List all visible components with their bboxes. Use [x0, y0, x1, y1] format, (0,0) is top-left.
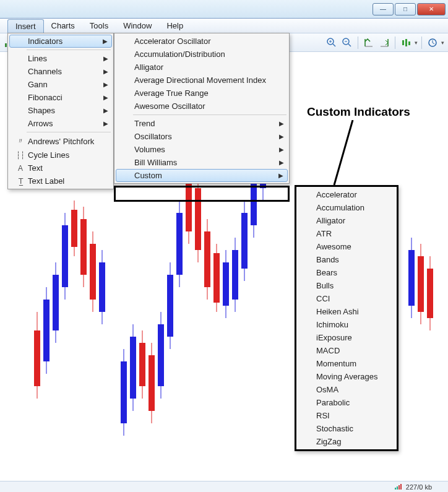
submenu-arrow-icon: ▶	[103, 94, 108, 101]
window-minimize-button[interactable]: —	[373, 3, 394, 15]
svg-rect-47	[167, 275, 173, 337]
menu-item-label: ZigZag	[316, 437, 383, 446]
menu-tools[interactable]: Tools	[82, 19, 116, 32]
submenu-arrow-icon: ▶	[103, 55, 108, 62]
svg-rect-61	[232, 250, 238, 300]
menu-item-custom-iexposure[interactable]: iExposure	[298, 331, 395, 344]
menu-item-custom-alligator[interactable]: Alligator	[298, 214, 395, 227]
menu-item-awesome-oscillator[interactable]: Awesome Oscillator	[116, 100, 288, 113]
menu-item-text[interactable]: AText	[9, 162, 112, 175]
submenu-arrow-icon: ▶	[279, 146, 284, 153]
svg-rect-41	[139, 343, 145, 386]
status-net: 227/0 kb	[406, 483, 432, 491]
window-maximize-button[interactable]: □	[395, 3, 416, 15]
submenu-arrow-icon: ▶	[103, 107, 108, 114]
svg-line-8	[348, 44, 351, 46]
menu-window[interactable]: Window	[116, 19, 159, 32]
menu-item-custom-bears[interactable]: Bears	[298, 266, 395, 279]
menu-item-custom-zigzag[interactable]: ZigZag	[298, 435, 395, 448]
menu-item-atr[interactable]: Average True Range	[116, 87, 288, 100]
zoom-in-icon[interactable]	[325, 36, 338, 50]
menu-item-label: Awesome Oscillator	[134, 101, 275, 111]
menu-item-label: Fibonacci	[28, 93, 100, 102]
menu-item-channels[interactable]: Channels▶	[9, 65, 112, 78]
menu-item-custom-parabolic[interactable]: Parabolic	[298, 396, 395, 409]
menu-item-label: Bands	[316, 255, 383, 264]
menu-item-label: iExposure	[316, 333, 383, 342]
menu-insert[interactable]: Insert	[7, 19, 44, 33]
menu-item-accelerator-oscillator[interactable]: Accelerator Oscillator	[116, 35, 288, 48]
svg-rect-81	[398, 485, 400, 490]
submenu-arrow-icon: ▶	[279, 159, 284, 166]
svg-rect-59	[223, 262, 229, 306]
menu-item-custom-macd[interactable]: MACD	[298, 344, 395, 357]
menu-item-trend[interactable]: Trend▶	[116, 117, 288, 130]
cycle-lines-icon: ┆┆	[13, 151, 28, 160]
custom-submenu: Accelerator Accumulation Alligator ATR A…	[295, 185, 398, 451]
menu-item-alligator[interactable]: Alligator	[116, 61, 288, 74]
menu-item-custom-ichimoku[interactable]: Ichimoku	[298, 318, 395, 331]
zoom-out-icon[interactable]	[340, 36, 354, 50]
menu-item-label: Text	[28, 163, 100, 173]
svg-rect-63	[241, 213, 248, 269]
menu-charts[interactable]: Charts	[44, 19, 82, 32]
menu-item-custom-momentum[interactable]: Momentum	[298, 357, 395, 370]
menu-item-label: Alligator	[316, 216, 383, 225]
menu-item-label: Custom	[134, 171, 275, 180]
menu-item-shapes[interactable]: Shapes▶	[9, 104, 112, 117]
menu-item-custom[interactable]: Custom▶	[116, 169, 288, 182]
svg-rect-39	[130, 337, 136, 399]
menu-item-custom-atr[interactable]: ATR	[298, 227, 395, 240]
menu-item-adx[interactable]: Average Directional Movement Index	[116, 74, 288, 87]
menu-item-cycle-lines[interactable]: ┆┆Cycle Lines	[9, 149, 112, 162]
menu-item-lines[interactable]: Lines▶	[9, 52, 112, 65]
shift-chart-icon[interactable]	[362, 36, 376, 50]
menu-item-label: Awesome	[316, 242, 383, 251]
menu-item-bill-williams[interactable]: Bill Williams▶	[116, 156, 288, 169]
menu-item-custom-cci[interactable]: CCI	[298, 292, 395, 305]
indicators-submenu: Accelerator Oscillator Accumulation/Dist…	[114, 33, 290, 184]
menu-item-custom-awesome[interactable]: Awesome	[298, 240, 395, 253]
menu-item-custom-moving-averages[interactable]: Moving Averages	[298, 370, 395, 383]
menu-item-fibonacci[interactable]: Fibonacci▶	[9, 91, 112, 104]
menu-item-andrews-pitchfork[interactable]: 〃Andrews' Pitchfork	[9, 134, 112, 149]
svg-rect-82	[400, 484, 402, 490]
submenu-arrow-icon: ▶	[103, 81, 108, 88]
period-icon[interactable]	[426, 36, 439, 50]
menu-item-custom-osma[interactable]: OsMA	[298, 383, 395, 396]
menu-item-indicators[interactable]: Indicators ▶	[9, 35, 112, 48]
window-close-button[interactable]: ✕	[417, 3, 446, 15]
menu-item-label: Gann	[28, 80, 100, 89]
svg-rect-37	[121, 361, 127, 423]
menu-item-custom-bulls[interactable]: Bulls	[298, 279, 395, 292]
menu-item-gann[interactable]: Gann▶	[9, 78, 112, 91]
menu-item-oscillators[interactable]: Oscillators▶	[116, 130, 288, 143]
text-label-icon: T̲	[13, 177, 28, 186]
toolbar-right: ▾ ▾	[325, 33, 444, 52]
menu-item-arrows[interactable]: Arrows▶	[9, 117, 112, 130]
svg-rect-23	[43, 300, 50, 361]
chart-type-icon[interactable]	[399, 36, 413, 50]
menu-item-label: Indicators	[28, 37, 100, 46]
menu-item-custom-heiken-ashi[interactable]: Heiken Ashi	[298, 305, 395, 318]
svg-rect-21	[34, 330, 40, 386]
svg-rect-27	[62, 225, 68, 287]
menu-item-text-label[interactable]: T̲Text Label	[9, 175, 112, 188]
menu-help[interactable]: Help	[159, 19, 191, 32]
menu-item-custom-rsi[interactable]: RSI	[298, 409, 395, 422]
menu-item-custom-stochastic[interactable]: Stochastic	[298, 422, 395, 435]
menu-item-custom-accelerator[interactable]: Accelerator	[298, 188, 395, 201]
svg-rect-43	[149, 355, 155, 411]
menu-item-custom-bands[interactable]: Bands	[298, 253, 395, 266]
autoscroll-icon[interactable]	[377, 36, 391, 50]
menu-item-label: ATR	[316, 229, 383, 238]
svg-rect-73	[408, 250, 415, 306]
menu-item-label: Alligator	[134, 63, 275, 72]
menu-separator	[27, 50, 111, 50]
menu-item-accumulation-distribution[interactable]: Accumulation/Distribution	[116, 48, 288, 61]
toolbar-separator	[421, 37, 422, 49]
menu-separator	[27, 132, 111, 132]
menu-item-custom-accumulation[interactable]: Accumulation	[298, 201, 395, 214]
menu-item-label: Ichimoku	[316, 320, 383, 329]
menu-item-volumes[interactable]: Volumes▶	[116, 143, 288, 156]
